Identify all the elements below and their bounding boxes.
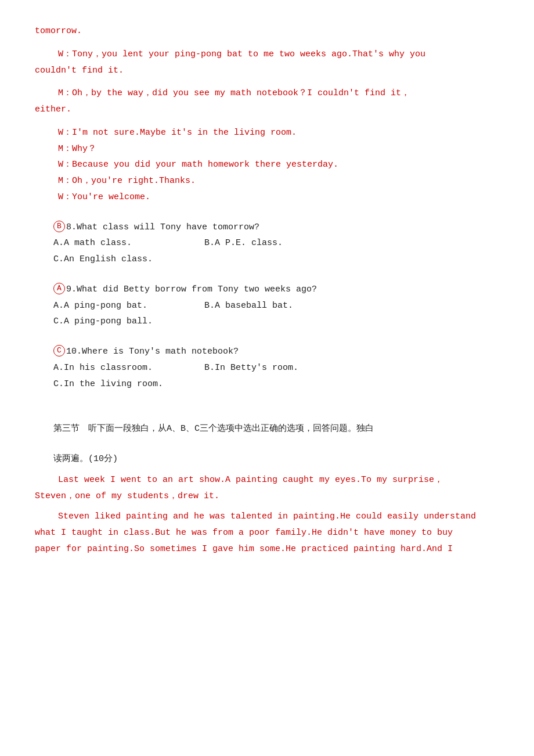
line-w4: W：You're welcome. xyxy=(35,189,499,206)
q9-option-a: A.A ping-pong bat. xyxy=(53,298,204,314)
para1-line2: Steven，one of my students，drew it. xyxy=(35,488,499,505)
line-tomorrow: tomorrow. xyxy=(35,23,499,39)
q8-option-b: B.A P.E. class. xyxy=(204,235,378,251)
question-8-block: B8.What class will Tony have tomorrow? A… xyxy=(35,219,499,268)
q10-text: 10.Where is Tony's math notebook? xyxy=(66,347,239,357)
q8-answer-circle: B xyxy=(53,221,65,232)
q8-option-c: C.An English class. xyxy=(35,251,499,268)
q8-text: 8.What class will Tony have tomorrow? xyxy=(66,222,259,232)
q9-options-row1: A.A ping-pong bat. B.A baseball bat. xyxy=(35,298,499,314)
q10-options-row1: A.In his classroom. B.In Betty's room. xyxy=(35,360,499,376)
section3-sub: 读两遍。(10分) xyxy=(35,451,499,467)
line-w2: W：I'm not sure.Maybe it's in the living … xyxy=(35,125,499,141)
line-m3: M：Oh，you're right.Thanks. xyxy=(35,173,499,189)
line-w3: W：Because you did your math homework the… xyxy=(35,157,499,173)
line-w1b: couldn't find it. xyxy=(35,63,499,79)
main-content: tomorrow. W：Tony，you lent your ping-pong… xyxy=(35,23,499,557)
q9-option-c: C.A ping-pong ball. xyxy=(35,314,499,330)
line-m2: M：Why？ xyxy=(35,141,499,157)
q10-answer-circle: C xyxy=(53,345,65,357)
question-10-block: C10.Where is Tony's math notebook? A.In … xyxy=(35,344,499,392)
q10-option-a: A.In his classroom. xyxy=(53,360,204,376)
para1-line1: Last week I went to an art show.A painti… xyxy=(35,472,499,488)
q9-option-b: B.A baseball bat. xyxy=(204,298,378,314)
line-m1: M：Oh，by the way，did you see my math note… xyxy=(35,85,499,102)
line-w1: W：Tony，you lent your ping-pong bat to me… xyxy=(35,46,499,63)
para2-line1: Steven liked painting and he was talente… xyxy=(35,509,499,525)
question-9-block: A9.What did Betty borrow from Tony two w… xyxy=(35,282,499,330)
para2-line2: what I taught in class.But he was from a… xyxy=(35,525,499,541)
line-m1b: either. xyxy=(35,102,499,118)
q8-option-a: A.A math class. xyxy=(53,235,204,251)
q9-text: 9.What did Betty borrow from Tony two we… xyxy=(66,285,317,294)
section3-header: 第三节 听下面一段独白，从A、B、C三个选项中选出正确的选项，回答问题。独白 xyxy=(35,421,499,437)
q8-options-row1: A.A math class. B.A P.E. class. xyxy=(35,235,499,251)
q10-option-c: C.In the living room. xyxy=(35,376,499,393)
para2-line3: paper for painting.So sometimes I gave h… xyxy=(35,541,499,557)
q9-answer-circle: A xyxy=(53,283,65,294)
q10-option-b: B.In Betty's room. xyxy=(204,360,378,376)
